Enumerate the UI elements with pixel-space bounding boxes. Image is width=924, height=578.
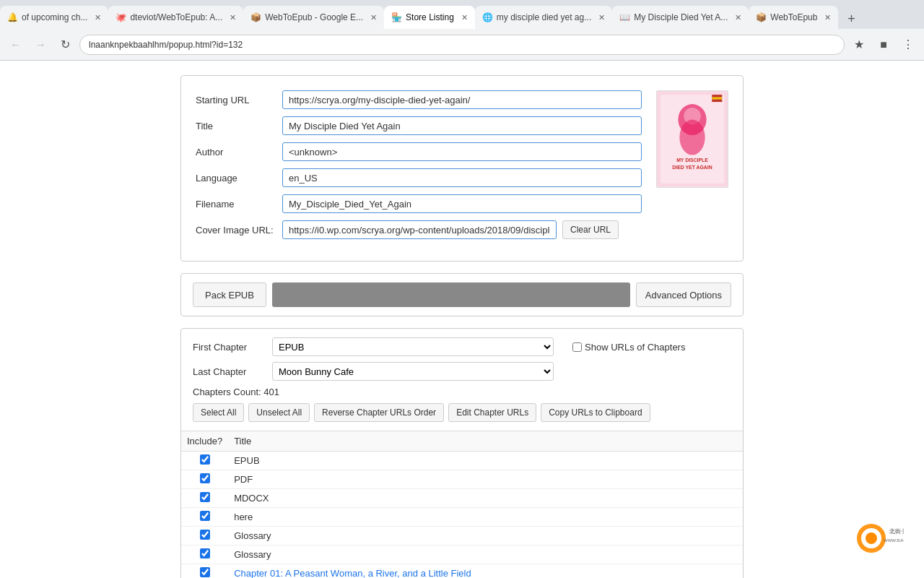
include-cell [181,452,228,470]
tab-close-store[interactable]: ✕ [461,13,468,22]
svg-text:北街·游戏: 北街·游戏 [889,528,904,535]
show-urls-label[interactable]: Show URLs of Chapters [572,342,685,353]
tab-disciple[interactable]: 🌐 my disciple died yet ag... ✕ [475,6,612,29]
tab-close-disciple[interactable]: ✕ [598,13,605,22]
reverse-order-button[interactable]: Reverse Chapter URLs Order [314,403,444,422]
tab-favicon-upcoming: 🔔 [7,12,17,22]
include-cell [181,508,228,527]
edit-urls-button[interactable]: Edit Chapter URLs [448,403,536,422]
tab-close-upcoming[interactable]: ✕ [95,13,101,22]
author-row: Author [196,142,642,161]
tab-favicon-github: 🐙 [116,12,126,22]
content-area: Starting URL Title Author [0,61,924,578]
title-label: Title [196,121,282,131]
title-row: Title [196,116,642,135]
first-chapter-row: First Chapter EPUB Show URLs of Chapters [193,337,731,356]
starting-url-input[interactable] [282,90,642,109]
popup-wrapper: Starting URL Title Author [166,61,758,578]
pack-epub-button[interactable]: Pack EPUB [193,282,266,307]
refresh-button[interactable]: ↻ [55,35,75,55]
chapter-checkbox[interactable] [200,567,210,577]
svg-text:DIED YET AGAIN: DIED YET AGAIN [672,165,712,170]
svg-text:MY DISCIPLE: MY DISCIPLE [676,158,708,163]
form-section: Starting URL Title Author [180,75,744,262]
tab-github[interactable]: 🐙 dteviot/WebToEpub: A... ✕ [108,6,243,29]
menu-button[interactable]: ⋮ [898,35,918,55]
tab-store[interactable]: 🏪 Store Listing ✕ [384,6,475,29]
forward-button[interactable]: → [30,35,51,55]
language-input[interactable] [282,168,642,187]
chapter-checkbox[interactable] [200,492,210,502]
tab-title-github: dteviot/WebToEpub: A... [130,12,222,22]
svg-rect-8 [712,95,722,97]
tab-close-webtopub2[interactable]: ✕ [824,13,831,22]
chapter-title-cell: PDF [228,470,743,489]
chapter-title-cell: MDOCX [228,489,743,508]
include-cell [181,470,228,489]
author-input[interactable] [282,142,642,161]
cover-image-input[interactable] [282,220,557,239]
tab-close-mydisciple[interactable]: ✕ [735,13,741,22]
chapter-table-header: Include? Title [181,431,743,452]
toolbar: ← → ↻ lnaanknpekbaahlhm/popup.html?id=13… [0,29,924,61]
table-row: Glossary [181,527,743,545]
show-urls-checkbox[interactable] [572,342,582,352]
tab-close-github[interactable]: ✕ [230,13,236,22]
first-chapter-label: First Chapter [193,342,265,353]
address-bar[interactable]: lnaanknpekbaahlhm/popup.html?id=132 [79,35,845,55]
back-button[interactable]: ← [6,35,26,55]
first-chapter-select[interactable]: EPUB [272,337,554,356]
chapter-title-cell[interactable]: Chapter 01: A Peasant Woman, a River, an… [228,564,743,579]
cover-image-svg: MY DISCIPLE DIED YET AGAIN [657,90,728,188]
language-row: Language [196,168,642,187]
include-cell [181,527,228,545]
chapter-title-cell: EPUB [228,452,743,470]
language-label: Language [196,173,282,184]
table-row: EPUB [181,452,743,470]
clear-url-button[interactable]: Clear URL [562,220,619,239]
chapter-checkbox[interactable] [200,511,210,521]
include-cell [181,564,228,579]
toolbar-icons: ★ ■ ⋮ [849,35,918,55]
last-chapter-label: Last Chapter [193,366,265,377]
author-label: Author [196,147,282,158]
title-input[interactable] [282,116,642,135]
tab-favicon-mydisciple: 📖 [619,12,629,22]
tab-webtopub[interactable]: 📦 WebToEpub - Google E... ✕ [243,6,384,29]
last-chapter-select[interactable]: Moon Bunny Cafe [272,362,554,381]
tab-title-upcoming: of upcoming ch... [22,12,87,22]
bookmark-button[interactable]: ★ [849,35,869,55]
cover-image-label: Cover Image URL: [196,225,282,236]
svg-text:WWW.BJHYS.NET: WWW.BJHYS.NET [884,538,904,543]
last-chapter-row: Last Chapter Moon Bunny Cafe [193,362,731,381]
svg-rect-10 [712,100,722,102]
filename-input[interactable] [282,194,642,213]
tab-title-store: Store Listing [406,12,454,22]
tab-webtopub2[interactable]: 📦 WebToEpub ✕ [749,6,838,29]
new-tab-button[interactable]: + [841,9,861,29]
copy-urls-button[interactable]: Copy URLs to Clipboard [541,403,650,422]
chapter-checkbox[interactable] [200,473,210,483]
book-cover: MY DISCIPLE DIED YET AGAIN [656,90,728,188]
chapter-title-cell: Glossary [228,527,743,545]
tab-close-webtopub[interactable]: ✕ [370,13,377,22]
tab-mydisciple[interactable]: 📖 My Disciple Died Yet A... ✕ [612,6,749,29]
starting-url-row: Starting URL [196,90,642,109]
chapter-checkbox[interactable] [200,454,210,465]
show-urls-text: Show URLs of Chapters [585,342,685,353]
advanced-options-button[interactable]: Advanced Options [636,282,731,307]
tab-bar: 🔔 of upcoming ch... ✕ 🐙 dteviot/WebToEpu… [0,0,924,29]
chapter-title-cell: here [228,508,743,527]
pack-section: Pack EPUB Advanced Options [180,273,744,316]
tab-favicon-webtopub: 📦 [250,12,261,22]
tab-upcoming[interactable]: 🔔 of upcoming ch... ✕ [0,6,108,29]
unselect-all-button[interactable]: Unselect All [248,403,310,422]
extensions-button[interactable]: ■ [873,35,894,55]
select-all-button[interactable]: Select All [193,403,244,422]
chapter-checkbox[interactable] [200,548,210,558]
chapters-count: Chapters Count: 401 [193,387,731,397]
form-fields: Starting URL Title Author [196,90,642,246]
table-row: Chapter 01: A Peasant Woman, a River, an… [181,564,743,579]
include-cell [181,545,228,564]
chapter-checkbox[interactable] [200,530,210,540]
